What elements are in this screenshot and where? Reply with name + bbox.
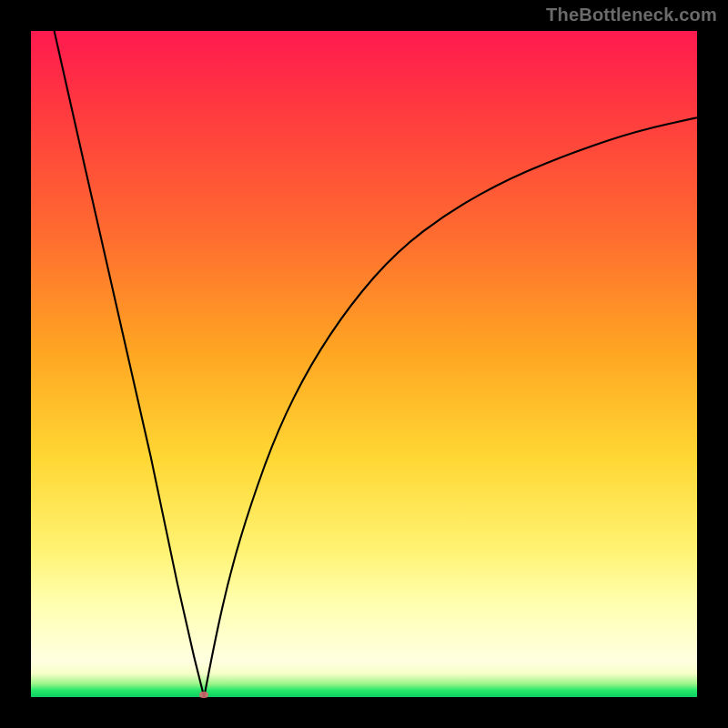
plot-area: [31, 31, 697, 697]
minimum-marker: [199, 692, 208, 698]
bottleneck-curve: [31, 31, 697, 697]
curve-right-branch: [204, 117, 697, 697]
curve-left-branch: [55, 31, 205, 697]
chart-canvas: TheBottleneck.com: [0, 0, 728, 728]
watermark-label: TheBottleneck.com: [546, 5, 717, 25]
